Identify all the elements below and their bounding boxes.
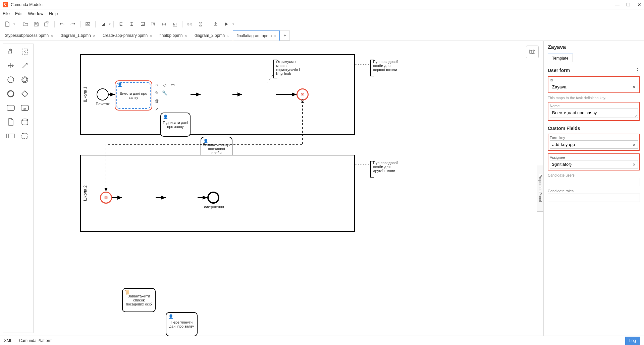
subprocess-tool[interactable] bbox=[19, 102, 31, 114]
minimap-button[interactable] bbox=[526, 46, 539, 58]
close-icon[interactable]: × bbox=[51, 33, 53, 38]
text-annotation[interactable]: Отримуємо масив користувачів із Keycloak bbox=[273, 60, 304, 78]
wrench-button[interactable]: 🔧 bbox=[161, 89, 168, 96]
connect-tool[interactable] bbox=[19, 60, 31, 71]
tab-1[interactable]: diagram_1.bpmn× bbox=[57, 30, 99, 41]
user-task[interactable]: 👤 Підписати дані про заяву bbox=[160, 113, 191, 137]
canvas[interactable]: Школа 1 Початок 👤 Внести дані про заяву … bbox=[36, 41, 543, 336]
delete-button[interactable]: 🗑 bbox=[153, 97, 160, 105]
align-bottom-button[interactable] bbox=[170, 19, 179, 29]
append-event-button[interactable]: ○ bbox=[153, 81, 160, 88]
user-task-selected[interactable]: 👤 Внести дані про заяву bbox=[115, 80, 152, 111]
id-input[interactable] bbox=[550, 83, 638, 91]
minimize-button[interactable]: — bbox=[615, 2, 620, 7]
menu-window[interactable]: Window bbox=[28, 11, 43, 16]
new-tab-button[interactable]: + bbox=[280, 30, 290, 41]
message-throw-event[interactable]: ✉ bbox=[297, 88, 309, 100]
distribute-v-button[interactable] bbox=[196, 19, 205, 29]
message-catch-event[interactable]: ✉ bbox=[100, 192, 112, 204]
group-tool[interactable] bbox=[19, 130, 31, 142]
close-button[interactable]: ✕ bbox=[637, 2, 641, 7]
hand-tool[interactable] bbox=[5, 46, 16, 57]
color-button[interactable]: ◢ bbox=[98, 19, 108, 29]
task-tool[interactable] bbox=[5, 102, 16, 114]
formkey-input[interactable] bbox=[550, 140, 638, 149]
redo-button[interactable] bbox=[68, 19, 77, 29]
data-object-tool[interactable] bbox=[5, 116, 16, 128]
tab-3[interactable]: finalbp.bpmn× bbox=[156, 30, 191, 41]
status-xml[interactable]: XML bbox=[4, 338, 12, 343]
append-task-button[interactable]: ▭ bbox=[169, 81, 176, 88]
align-left-button[interactable] bbox=[116, 19, 126, 29]
start-event-tool[interactable] bbox=[5, 74, 16, 85]
intermediate-event-tool[interactable] bbox=[19, 74, 31, 85]
svg-point-9 bbox=[23, 78, 27, 82]
close-icon[interactable]: × bbox=[150, 33, 152, 38]
tab-0[interactable]: 3typessubprocess.bpmn× bbox=[1, 30, 57, 41]
id-hint: This maps to the task definition key. bbox=[548, 96, 640, 100]
menu-file[interactable]: File bbox=[3, 11, 10, 16]
tab-4[interactable]: diagram_2.bpmn○ bbox=[191, 30, 233, 41]
lasso-tool[interactable] bbox=[19, 46, 31, 57]
script-task[interactable]: 📜 Завантажити список посадових осіб bbox=[122, 288, 156, 312]
image-button[interactable] bbox=[83, 19, 93, 29]
start-event[interactable]: Початок bbox=[97, 88, 109, 100]
palette bbox=[3, 44, 34, 333]
user-icon: 👤 bbox=[168, 314, 173, 319]
pool-tool[interactable] bbox=[5, 130, 16, 142]
assignee-input[interactable] bbox=[550, 160, 638, 168]
save-all-button[interactable] bbox=[42, 19, 52, 29]
save-button[interactable] bbox=[32, 19, 41, 29]
tab-5[interactable]: finalkdiagram.bpmn○ bbox=[233, 30, 280, 41]
new-file-button[interactable] bbox=[3, 19, 12, 29]
candusers-input[interactable] bbox=[548, 178, 640, 186]
close-icon[interactable]: × bbox=[184, 33, 187, 38]
align-middle-button[interactable] bbox=[159, 19, 169, 29]
field-name: Name Внести дані про заяву bbox=[548, 102, 640, 121]
append-gateway-button[interactable]: ◇ bbox=[161, 81, 168, 88]
run-button[interactable] bbox=[222, 19, 231, 29]
properties-panel: Zayava Template User form ⋮ Id ✕ This ma… bbox=[543, 41, 644, 336]
align-center-button[interactable] bbox=[127, 19, 137, 29]
distribute-h-button[interactable] bbox=[185, 19, 195, 29]
annotation-button[interactable]: ✎ bbox=[153, 89, 160, 96]
candroles-input[interactable] bbox=[548, 194, 640, 202]
align-top-button[interactable] bbox=[149, 19, 158, 29]
deploy-button[interactable] bbox=[211, 19, 220, 29]
maximize-button[interactable]: ☐ bbox=[626, 2, 631, 7]
svg-rect-3 bbox=[191, 23, 192, 25]
data-store-tool[interactable] bbox=[19, 116, 31, 128]
tab-2[interactable]: create-app-primary.bpmn× bbox=[99, 30, 156, 41]
text-annotation[interactable]: Пул посадової особи для другої школи bbox=[370, 161, 400, 178]
clear-icon[interactable]: ✕ bbox=[632, 162, 636, 167]
user-task[interactable]: 👤 Переглянути дані про заяву bbox=[166, 312, 198, 336]
clear-icon[interactable]: ✕ bbox=[632, 142, 636, 147]
close-icon[interactable]: × bbox=[93, 33, 96, 38]
undo-button[interactable] bbox=[57, 19, 67, 29]
field-id: Id ✕ bbox=[548, 76, 640, 93]
field-formkey: Form key ✕ bbox=[548, 134, 640, 151]
field-candusers: Candidate users bbox=[548, 173, 640, 186]
text-annotation[interactable]: Пул посадової особи для першої школи bbox=[370, 60, 400, 76]
status-platform[interactable]: Camunda Platform bbox=[19, 338, 53, 343]
more-icon[interactable]: ⋮ bbox=[635, 67, 640, 73]
template-tab[interactable]: Template bbox=[548, 54, 573, 62]
clear-icon[interactable]: ✕ bbox=[632, 84, 636, 89]
panel-title: Zayava bbox=[548, 44, 640, 50]
align-right-button[interactable] bbox=[138, 19, 147, 29]
menu-help[interactable]: Help bbox=[49, 11, 58, 16]
log-button[interactable]: Log bbox=[625, 337, 640, 345]
gateway-tool[interactable] bbox=[19, 88, 31, 99]
end-event[interactable]: Завершення bbox=[207, 192, 219, 204]
space-tool[interactable] bbox=[5, 60, 16, 71]
dirty-indicator: ○ bbox=[227, 33, 229, 38]
svg-rect-5 bbox=[200, 25, 202, 26]
connect-button[interactable]: ↗ bbox=[153, 105, 160, 113]
context-pad: ○ ◇ ▭ ✎ 🔧 🗑 ↗ bbox=[153, 81, 176, 113]
name-input[interactable]: Внести дані про заяву bbox=[550, 109, 638, 118]
open-button[interactable] bbox=[21, 19, 30, 29]
end-event-tool[interactable] bbox=[5, 88, 16, 99]
properties-panel-toggle[interactable]: Properties Panel bbox=[537, 165, 543, 212]
menu-edit[interactable]: Edit bbox=[15, 11, 22, 16]
svg-point-10 bbox=[8, 91, 14, 97]
